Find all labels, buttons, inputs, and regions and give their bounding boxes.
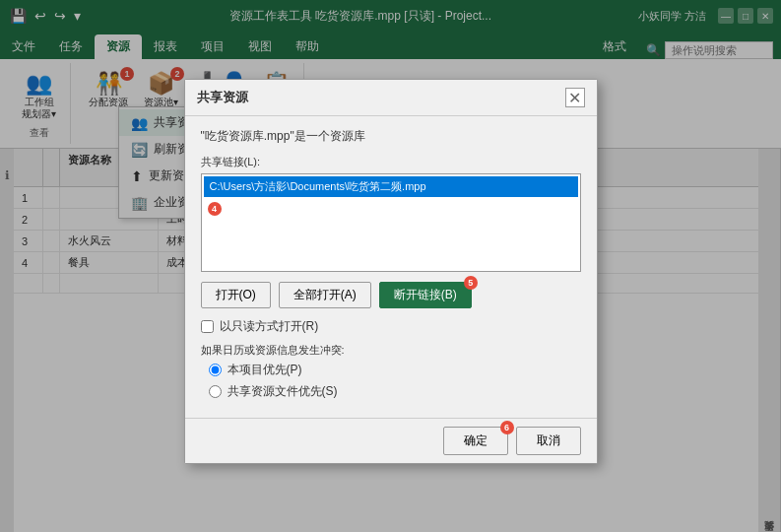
modal-action-buttons: 打开(O) 全部打开(A) 断开链接(B) 5 [201, 282, 581, 308]
modal-description: "吃货资源库.mpp"是一个资源库 [201, 128, 581, 145]
conflict-label: 如果日历或资源信息发生冲突: [201, 343, 581, 358]
modal-overlay: 共享资源 ✕ "吃货资源库.mpp"是一个资源库 共享链接(L): C:\Use… [0, 0, 781, 532]
linked-file-item[interactable]: C:\Users\方洁影\Documents\吃货第二频.mpp [204, 176, 578, 197]
modal-title: 共享资源 [197, 89, 248, 106]
readonly-label: 以只读方式打开(R) [220, 318, 319, 335]
radio-shared-priority: 共享资源文件优先(S) [209, 383, 581, 400]
badge-6: 6 [500, 421, 514, 434]
radio-shared-label: 共享资源文件优先(S) [228, 383, 338, 400]
radio-project-label: 本项目优先(P) [228, 362, 302, 378]
modal-close-button[interactable]: ✕ [565, 88, 585, 107]
readonly-checkbox-row: 以只读方式打开(R) [201, 318, 581, 335]
open-all-button[interactable]: 全部打开(A) [279, 282, 371, 308]
radio-project-priority: 本项目优先(P) [209, 362, 581, 378]
conflict-section: 如果日历或资源信息发生冲突: 本项目优先(P) 共享资源文件优先(S) [201, 343, 581, 400]
radio-project[interactable] [209, 364, 222, 376]
link-label: 共享链接(L): [201, 155, 581, 169]
modal-title-bar: 共享资源 ✕ [185, 80, 597, 116]
radio-group: 本项目优先(P) 共享资源文件优先(S) [201, 362, 581, 400]
radio-shared[interactable] [209, 385, 222, 398]
modal-body: "吃货资源库.mpp"是一个资源库 共享链接(L): C:\Users\方洁影\… [185, 116, 597, 418]
cancel-button[interactable]: 取消 [516, 427, 581, 455]
readonly-checkbox[interactable] [201, 320, 214, 333]
open-button[interactable]: 打开(O) [201, 282, 271, 308]
ok-button[interactable]: 确定 6 [443, 427, 508, 455]
badge-4: 4 [208, 202, 222, 216]
break-link-button[interactable]: 断开链接(B) 5 [379, 282, 472, 308]
share-resources-dialog: 共享资源 ✕ "吃货资源库.mpp"是一个资源库 共享链接(L): C:\Use… [184, 79, 598, 464]
shared-links-list[interactable]: C:\Users\方洁影\Documents\吃货第二频.mpp 4 [201, 173, 581, 272]
badge-5: 5 [464, 276, 478, 290]
modal-footer: 确定 6 取消 [185, 418, 597, 463]
